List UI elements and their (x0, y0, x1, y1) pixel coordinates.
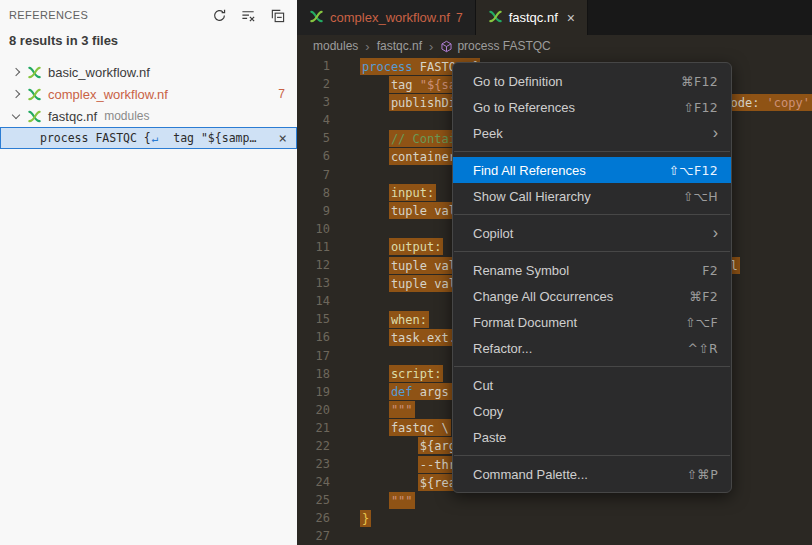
menu-item-find-all-references[interactable]: Find All References⇧⌥F12 (453, 157, 731, 183)
tab-result-count: 7 (456, 11, 463, 25)
line-number: 1 (297, 57, 330, 75)
match-highlight: script: (389, 365, 444, 382)
line-number: 3 (297, 93, 330, 111)
tab-complex-workflow-nf[interactable]: complex_workflow.nf7 (297, 0, 476, 35)
menu-item-change-all-occurrences[interactable]: Change All Occurrences⌘F2 (453, 283, 731, 309)
breadcrumb-separator: › (365, 39, 369, 54)
code-line[interactable]: 26} (297, 509, 812, 527)
menu-shortcut: ⇧⌥F (685, 315, 718, 330)
submenu-chevron-icon: › (713, 225, 718, 241)
breadcrumb-item-modules[interactable]: modules (313, 39, 358, 53)
code-token: output: (391, 240, 442, 254)
code-token: } (362, 511, 369, 525)
result-count-badge: 7 (278, 87, 285, 101)
breadcrumb-separator: › (429, 39, 433, 54)
clear-results-icon[interactable] (238, 5, 258, 25)
reference-result-item[interactable]: process FASTQC {↵ tag "${samp…× (0, 127, 297, 149)
menu-shortcut: ⇧F12 (683, 100, 718, 115)
file-detail: modules (104, 109, 149, 123)
line-text: fastqc \ (389, 421, 451, 435)
match-highlight: fastqc \ (389, 419, 451, 436)
menu-item-label: Format Document (473, 315, 577, 330)
line-number: 13 (297, 274, 330, 292)
menu-item-paste[interactable]: Paste (453, 424, 731, 450)
tab-label: complex_workflow.nf (330, 10, 450, 25)
tab-label: fastqc.nf (509, 10, 558, 25)
match-highlight: """ (389, 492, 415, 509)
sidebar-item-complex-workflow-nf[interactable]: complex_workflow.nf7 (0, 83, 297, 105)
line-number: 22 (297, 437, 330, 455)
menu-shortcut: ⌘F12 (681, 74, 718, 89)
menu-item-label: Paste (473, 430, 506, 445)
line-number: 8 (297, 184, 330, 202)
context-menu: Go to Definition⌘F12Go to References⇧F12… (452, 62, 732, 493)
line-number: 19 (297, 383, 330, 401)
tab-fastqc-nf[interactable]: fastqc.nf× (476, 0, 588, 35)
menu-shortcut: ⌘F2 (689, 289, 718, 304)
line-text: input: (389, 186, 436, 200)
code-token: """ (391, 403, 413, 417)
references-sidebar: REFERENCES 8 results in 3 files basic_wo… (0, 0, 297, 545)
sidebar-item-fastqc-nf[interactable]: fastqc.nfmodules (0, 105, 297, 127)
line-number: 27 (297, 527, 330, 545)
menu-item-command-palette[interactable]: Command Palette...⇧⌘P (453, 461, 731, 487)
line-number: 25 (297, 491, 330, 509)
line-number: 7 (297, 166, 330, 184)
collapse-all-icon[interactable] (267, 5, 287, 25)
code-token: tag (391, 77, 420, 91)
menu-item-copilot[interactable]: Copilot› (453, 220, 731, 246)
menu-item-label: Change All Occurrences (473, 289, 613, 304)
menu-separator (454, 151, 730, 152)
menu-item-go-to-references[interactable]: Go to References⇧F12 (453, 94, 731, 120)
breadcrumb-item-process-fastqc[interactable]: process FASTQC (440, 39, 550, 53)
code-token: script: (391, 367, 442, 381)
line-number: 4 (297, 111, 330, 129)
panel-actions (209, 5, 287, 25)
sidebar-item-basic-workflow-nf[interactable]: basic_workflow.nf (0, 61, 297, 83)
line-text: output: (389, 240, 444, 254)
menu-item-label: Refactor... (473, 341, 532, 356)
menu-shortcut: F2 (702, 263, 718, 278)
menu-item-label: Copilot (473, 226, 513, 241)
line-number: 2 (297, 75, 330, 93)
line-text: """ (389, 493, 415, 507)
menu-item-copy[interactable]: Copy (453, 398, 731, 424)
code-line[interactable]: 25""" (297, 491, 812, 509)
menu-item-format-document[interactable]: Format Document⇧⌥F (453, 309, 731, 335)
panel-title: REFERENCES (9, 9, 88, 21)
code-token: """ (391, 493, 413, 507)
menu-item-label: Rename Symbol (473, 263, 569, 278)
code-token: fastqc \ (391, 421, 449, 435)
line-number: 21 (297, 419, 330, 437)
menu-item-refactor[interactable]: Refactor...^⇧R (453, 335, 731, 361)
code-token: input: (391, 186, 434, 200)
dismiss-icon[interactable]: × (275, 130, 291, 146)
line-number: 11 (297, 238, 330, 256)
line-number: 10 (297, 220, 330, 238)
menu-item-cut[interactable]: Cut (453, 372, 731, 398)
file-name: basic_workflow.nf (48, 65, 150, 80)
line-number: 17 (297, 347, 330, 365)
close-icon[interactable]: × (567, 10, 575, 26)
menu-item-label: Peek (473, 126, 503, 141)
menu-item-go-to-definition[interactable]: Go to Definition⌘F12 (453, 68, 731, 94)
menu-item-rename-symbol[interactable]: Rename SymbolF2 (453, 257, 731, 283)
menu-shortcut: ⇧⌘P (687, 467, 718, 482)
code-token: 'copy' (767, 95, 810, 109)
breadcrumb-item-fastqc-nf[interactable]: fastqc.nf (377, 39, 422, 53)
chevron-right-icon (12, 90, 20, 98)
menu-separator (454, 251, 730, 252)
menu-separator (454, 366, 730, 367)
match-highlight: input: (389, 184, 436, 201)
code-line[interactable]: 27 (297, 527, 812, 545)
file-name: complex_workflow.nf (48, 87, 168, 102)
line-number: 26 (297, 509, 330, 527)
menu-item-peek[interactable]: Peek› (453, 120, 731, 146)
breadcrumb-label: modules (313, 39, 358, 53)
match-highlight: } (360, 510, 371, 527)
menu-shortcut: ^⇧R (687, 341, 718, 356)
menu-separator (454, 455, 730, 456)
menu-item-show-call-hierarchy[interactable]: Show Call Hierarchy⇧⌥H (453, 183, 731, 209)
line-text: script: (389, 367, 444, 381)
refresh-icon[interactable] (209, 5, 229, 25)
